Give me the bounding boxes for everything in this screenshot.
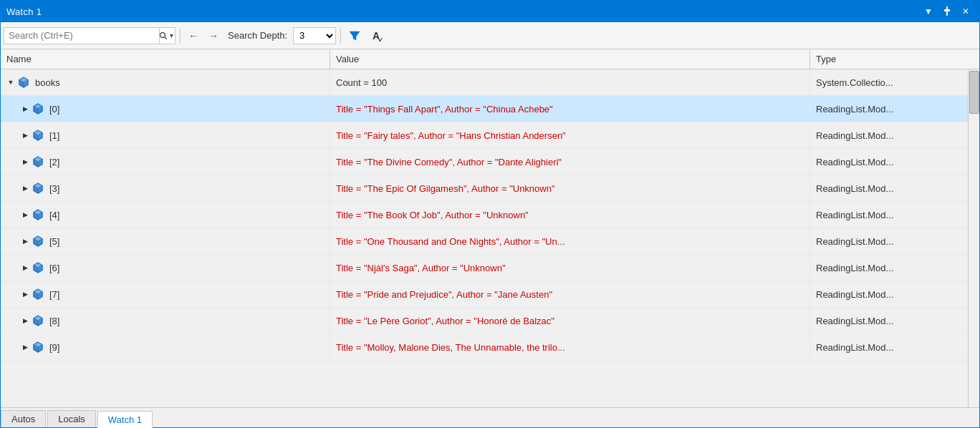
separator-1 (180, 28, 181, 44)
pin-button[interactable] (939, 4, 955, 19)
filter-button[interactable] (345, 26, 364, 45)
row-name-label: [0] (49, 104, 59, 115)
cell-type: System.Collectio... (810, 69, 968, 95)
cell-name: ▶ [4] (1, 202, 330, 228)
cube-icon (32, 235, 44, 247)
svg-rect-2 (946, 11, 948, 16)
expand-arrow[interactable]: ▶ (21, 237, 29, 245)
search-type-dropdown[interactable]: ▼ (159, 28, 175, 44)
cell-name: ▶ [3] (1, 175, 330, 201)
row-value-label: Title = "Molloy, Malone Dies, The Unnama… (336, 342, 565, 353)
cell-value: Title = "Le Père Goriot", Author = "Hono… (330, 308, 810, 334)
row-value-label: Title = "Things Fall Apart", Author = "C… (336, 104, 553, 115)
scrollbar-track[interactable] (968, 69, 979, 407)
row-type-label: ReadingList.Mod... (816, 183, 893, 194)
search-depth-label: Search Depth: (228, 30, 287, 41)
title-bar-buttons: ▼ ✕ (921, 4, 974, 19)
nav-forward-button[interactable]: → (205, 27, 222, 44)
expand-arrow[interactable]: ▶ (21, 104, 29, 113)
az-label: A ↙ (373, 30, 380, 42)
row-name-label: books (35, 77, 60, 88)
cell-name: ▶ [9] (1, 334, 330, 360)
table-row[interactable]: ▶ [4] Title = "The Book Of Job", Author … (1, 202, 968, 228)
col-header-value: Value (330, 49, 810, 69)
column-headers: Name Value Type (1, 49, 979, 69)
expand-arrow[interactable]: ▶ (21, 316, 29, 325)
row-value-label: Title = "The Epic Of Gilgamesh", Author … (336, 183, 555, 194)
cell-value: Title = "Molloy, Malone Dies, The Unnama… (330, 334, 810, 360)
row-name-label: [7] (49, 289, 59, 300)
row-value-label: Title = "Fairy tales", Author = "Hans Ch… (336, 130, 566, 141)
cell-type: ReadingList.Mod... (810, 175, 968, 201)
row-type-label: ReadingList.Mod... (816, 210, 893, 220)
cell-type: ReadingList.Mod... (810, 228, 968, 254)
cell-name: ▶ [6] (1, 255, 330, 281)
cube-icon (18, 77, 29, 88)
cube-icon (32, 288, 44, 300)
search-depth-select[interactable]: 1 2 3 4 5 (293, 27, 336, 44)
search-box: ▼ (4, 27, 176, 44)
expand-arrow[interactable]: ▶ (21, 131, 29, 140)
scrollbar-thumb[interactable] (969, 71, 979, 114)
table-row[interactable]: ▶ [7] Title = "Pride and Prejudice", Aut… (1, 281, 968, 308)
title-bar: Watch 1 ▼ ✕ (1, 1, 979, 22)
content-area: ▼ books Count = 100 System.Collectio... … (1, 69, 979, 407)
search-input[interactable] (4, 30, 159, 41)
row-type-label: ReadingList.Mod... (816, 342, 893, 353)
cell-value: Title = "One Thousand and One Nights", A… (330, 228, 810, 254)
row-name-label: [2] (49, 157, 59, 167)
tab-autos[interactable]: Autos (1, 410, 46, 427)
cell-value: Title = "The Book Of Job", Author = "Unk… (330, 202, 810, 228)
expand-arrow[interactable]: ▶ (21, 210, 29, 219)
table-body[interactable]: ▼ books Count = 100 System.Collectio... … (1, 69, 968, 407)
table-row[interactable]: ▶ [6] Title = "Njál's Saga", Author = "U… (1, 255, 968, 281)
cube-icon (32, 156, 44, 167)
title-bar-title: Watch 1 (6, 6, 921, 17)
cell-value: Title = "Fairy tales", Author = "Hans Ch… (330, 122, 810, 148)
row-name-label: [5] (49, 236, 59, 247)
table-row[interactable]: ▶ [9] Title = "Molloy, Malone Dies, The … (1, 334, 968, 361)
expand-arrow[interactable]: ▶ (21, 290, 29, 298)
row-value-label: Title = "Pride and Prejudice", Author = … (336, 289, 552, 300)
toolbar: ▼ ← → Search Depth: 1 2 3 4 5 A ↙ (1, 22, 979, 49)
expand-arrow[interactable]: ▼ (6, 78, 15, 87)
cube-icon (32, 183, 44, 194)
table-row[interactable]: ▼ books Count = 100 System.Collectio... (1, 69, 968, 96)
cell-value: Title = "The Epic Of Gilgamesh", Author … (330, 175, 810, 201)
row-name-label: [8] (49, 316, 59, 326)
cube-icon (32, 341, 44, 353)
cell-name: ▶ [8] (1, 308, 330, 334)
cell-name: ▶ [5] (1, 228, 330, 254)
table-row[interactable]: ▶ [0] Title = "Things Fall Apart", Autho… (1, 96, 968, 122)
az-sort-button[interactable]: A ↙ (367, 26, 385, 45)
table-row[interactable]: ▶ [1] Title = "Fairy tales", Author = "H… (1, 122, 968, 149)
svg-rect-1 (944, 9, 950, 11)
expand-arrow[interactable]: ▶ (21, 157, 29, 166)
close-button[interactable]: ✕ (958, 4, 974, 19)
row-value-label: Title = "Njál's Saga", Author = "Unknown… (336, 263, 506, 273)
cube-icon (32, 315, 44, 326)
tab-locals[interactable]: Locals (47, 410, 96, 427)
cube-icon (32, 130, 44, 141)
table-row[interactable]: ▶ [2] Title = "The Divine Comedy", Autho… (1, 149, 968, 175)
cell-type: ReadingList.Mod... (810, 281, 968, 307)
tab-watch1[interactable]: Watch 1 (97, 411, 153, 428)
cube-icon (32, 262, 44, 273)
table-row[interactable]: ▶ [3] Title = "The Epic Of Gilgamesh", A… (1, 175, 968, 202)
nav-back-button[interactable]: ← (185, 27, 202, 44)
expand-arrow[interactable]: ▶ (21, 343, 29, 351)
cell-type: ReadingList.Mod... (810, 334, 968, 360)
cell-type: ReadingList.Mod... (810, 122, 968, 148)
table-row[interactable]: ▶ [5] Title = "One Thousand and One Nigh… (1, 228, 968, 255)
cell-type: ReadingList.Mod... (810, 308, 968, 334)
expand-arrow[interactable]: ▶ (21, 184, 29, 193)
cell-value: Title = "Njál's Saga", Author = "Unknown… (330, 255, 810, 281)
row-type-label: ReadingList.Mod... (816, 157, 893, 167)
dropdown-button[interactable]: ▼ (921, 4, 936, 19)
cell-name: ▶ [7] (1, 281, 330, 307)
cell-name: ▶ [2] (1, 149, 330, 175)
cell-value: Title = "Pride and Prejudice", Author = … (330, 281, 810, 307)
table-row[interactable]: ▶ [8] Title = "Le Père Goriot", Author =… (1, 308, 968, 334)
row-type-label: ReadingList.Mod... (816, 236, 893, 247)
expand-arrow[interactable]: ▶ (21, 263, 29, 272)
